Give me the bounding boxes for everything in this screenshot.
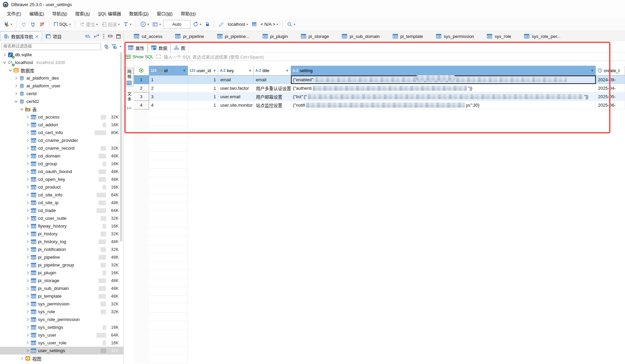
empty-id-cell[interactable] bbox=[149, 202, 188, 211]
filter-objects-icon[interactable] bbox=[111, 44, 117, 49]
empty-row-number[interactable] bbox=[134, 186, 149, 194]
transaction-mode-button[interactable]: ▾ bbox=[122, 21, 133, 28]
tree-item-cd_site_info[interactable]: cd_site_info64K bbox=[0, 191, 123, 199]
column-header-key[interactable]: A-Zkey▼ bbox=[218, 66, 254, 76]
empty-id-cell[interactable] bbox=[149, 321, 188, 329]
chevron-right-icon[interactable] bbox=[25, 286, 30, 290]
cell-key[interactable]: email bbox=[218, 76, 254, 84]
empty-row-number[interactable] bbox=[134, 143, 149, 152]
tree-item-cd_cname_provider[interactable]: cd_cname_provider bbox=[0, 136, 123, 144]
cell-key[interactable]: user.email bbox=[218, 92, 254, 101]
collapse-all-icon[interactable] bbox=[85, 34, 90, 38]
grid-presentation-tab[interactable]: 网格 bbox=[125, 68, 133, 87]
cell-create-time[interactable]: 2025-05- bbox=[596, 92, 625, 101]
editor-tab-pi_plugin[interactable]: pi_plugin bbox=[258, 31, 297, 41]
editor-tab-cd_access[interactable]: cd_access bbox=[130, 31, 171, 41]
editor-tab-sys_role_per[interactable]: sys_role_per... bbox=[520, 31, 569, 41]
tree-item-sys_role_permission[interactable]: sys_role_permission bbox=[0, 316, 123, 323]
tree-item-ai_platform_dex[interactable]: ai_platform_dex bbox=[0, 74, 123, 82]
empty-id-cell[interactable] bbox=[149, 270, 188, 279]
menu-item[interactable]: 文件(F) bbox=[3, 9, 25, 18]
empty-row-number[interactable] bbox=[134, 194, 149, 202]
empty-id-cell[interactable] bbox=[149, 160, 188, 169]
empty-id-cell[interactable] bbox=[149, 355, 188, 363]
empty-row-number[interactable] bbox=[134, 169, 149, 177]
lock-icon[interactable] bbox=[204, 21, 211, 28]
tree-item-pi_template[interactable]: pi_template48K bbox=[0, 292, 123, 300]
empty-row-number[interactable] bbox=[134, 228, 149, 236]
grid-corner-cell[interactable] bbox=[134, 66, 149, 76]
empty-id-cell[interactable] bbox=[149, 219, 188, 228]
cell-setting[interactable]: {"notifiys":30} bbox=[291, 101, 596, 109]
cell-user-id[interactable]: 1 bbox=[188, 101, 218, 109]
menu-item[interactable]: 数据库(D) bbox=[126, 9, 152, 18]
chevron-right-icon[interactable] bbox=[25, 201, 30, 205]
connect-button[interactable] bbox=[20, 21, 28, 28]
chevron-right-icon[interactable] bbox=[25, 154, 30, 158]
column-filter-dropdown-icon[interactable]: ▼ bbox=[590, 69, 594, 72]
cell-title[interactable]: email bbox=[254, 76, 291, 84]
empty-id-cell[interactable] bbox=[149, 118, 188, 126]
search-button[interactable]: ▾ bbox=[286, 21, 297, 28]
empty-row-number[interactable] bbox=[134, 236, 149, 245]
chevron-right-icon[interactable] bbox=[25, 310, 30, 314]
chevron-right-icon[interactable] bbox=[25, 318, 30, 321]
column-header-title[interactable]: A-Ztitle▼ bbox=[254, 66, 291, 76]
tree-item-ai_platform_user[interactable]: ai_platform_user bbox=[0, 82, 123, 90]
output-console-button[interactable]: ▾ bbox=[151, 21, 162, 28]
empty-id-cell[interactable] bbox=[149, 143, 188, 152]
text-presentation-tab[interactable]: 文本 bbox=[126, 92, 132, 102]
empty-id-cell[interactable] bbox=[149, 338, 188, 346]
chevron-right-icon[interactable] bbox=[14, 84, 19, 88]
empty-id-cell[interactable] bbox=[149, 236, 188, 245]
cell-create-time[interactable]: 2025-06- bbox=[596, 101, 625, 109]
column-header-id[interactable]: 123id▼ bbox=[149, 66, 188, 76]
menu-item[interactable]: 编辑(E) bbox=[26, 9, 47, 18]
chevron-right-icon[interactable] bbox=[25, 115, 30, 119]
editor-tab-pi_storage[interactable]: pi_storage bbox=[297, 31, 338, 41]
tree-item-pi_history[interactable]: pi_history32K bbox=[0, 230, 123, 238]
row-number[interactable]: 4 bbox=[134, 101, 149, 109]
menu-item[interactable]: 导航(N) bbox=[49, 9, 70, 18]
empty-row-number[interactable] bbox=[134, 211, 149, 219]
row-number[interactable]: 2 bbox=[134, 84, 149, 92]
editor-tab-pi_sub_domain[interactable]: pi_sub_domain bbox=[338, 31, 388, 41]
new-connection-button[interactable]: ▾ bbox=[2, 20, 14, 28]
cell-user-id[interactable]: 1 bbox=[188, 76, 218, 84]
chevron-right-icon[interactable] bbox=[25, 177, 30, 181]
close-icon[interactable] bbox=[35, 35, 38, 38]
empty-row-number[interactable] bbox=[134, 219, 149, 228]
editor-tab-pi_pipeline[interactable]: pi_pipeline bbox=[171, 31, 213, 41]
cell-create-time[interactable]: 2024-09- bbox=[596, 76, 625, 84]
empty-id-cell[interactable] bbox=[149, 304, 188, 313]
chevron-right-icon[interactable] bbox=[25, 279, 30, 282]
chevron-right-icon[interactable] bbox=[25, 193, 30, 197]
empty-id-cell[interactable] bbox=[149, 279, 188, 287]
chevron-right-icon[interactable] bbox=[19, 357, 24, 360]
cell-user-id[interactable]: 1 bbox=[188, 92, 218, 101]
chevron-right-icon[interactable] bbox=[25, 216, 30, 220]
edit-connection-icon[interactable] bbox=[217, 21, 225, 28]
tree-item-cd_trade[interactable]: cd_trade64K bbox=[0, 207, 123, 214]
empty-row-number[interactable] bbox=[134, 338, 149, 346]
empty-row-number[interactable] bbox=[134, 118, 149, 126]
empty-row-number[interactable] bbox=[134, 245, 149, 253]
tree-scrollbar[interactable] bbox=[120, 52, 122, 242]
tree-item-表[interactable]: 表 bbox=[0, 105, 123, 113]
result-tab-属性[interactable]: 属性 bbox=[125, 44, 148, 52]
menu-item[interactable]: 帮助(H) bbox=[178, 9, 199, 18]
chevron-right-icon[interactable] bbox=[25, 248, 30, 251]
navigator-view-button[interactable]: ▾ bbox=[139, 20, 150, 28]
chevron-right-icon[interactable] bbox=[25, 131, 30, 134]
schema-select[interactable]: < N/A >▾ bbox=[259, 21, 279, 28]
cell-create-time[interactable]: 2025-04- bbox=[596, 84, 625, 92]
empty-id-cell[interactable] bbox=[149, 329, 188, 338]
empty-row-number[interactable] bbox=[134, 313, 149, 321]
tab-database-navigator[interactable]: 数据库导航 bbox=[0, 31, 42, 41]
tree-item-flyway_history[interactable]: flyway_history16K bbox=[0, 222, 123, 230]
empty-id-cell[interactable] bbox=[149, 245, 188, 253]
tree-item-pi_sub_domain[interactable]: pi_sub_domain48K bbox=[0, 284, 123, 292]
chevron-right-icon[interactable] bbox=[25, 294, 30, 298]
cell-user-id[interactable]: 1 bbox=[188, 84, 218, 92]
value-panel-icon[interactable] bbox=[127, 106, 132, 111]
